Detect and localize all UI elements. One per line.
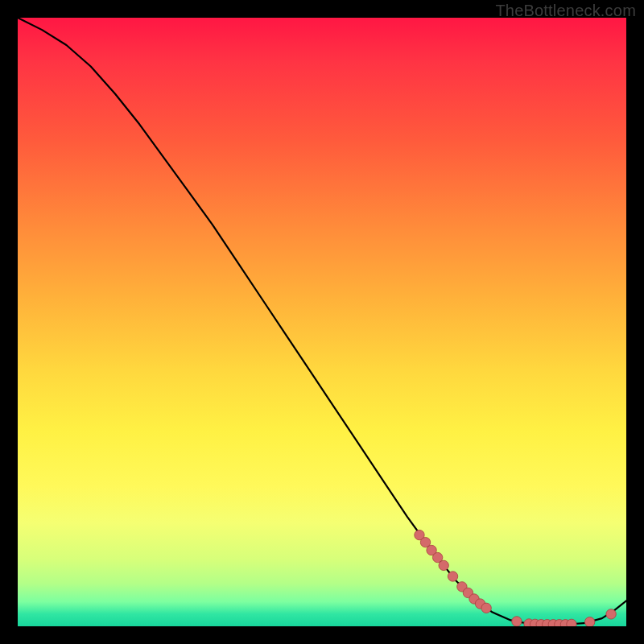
marker-dot bbox=[439, 560, 448, 570]
marker-dot bbox=[567, 619, 576, 626]
marker-dot bbox=[512, 617, 522, 626]
marker-dot bbox=[584, 617, 594, 626]
marker-dot bbox=[606, 609, 616, 619]
curve-line bbox=[18, 18, 626, 625]
marker-group bbox=[415, 530, 617, 626]
marker-dot bbox=[481, 603, 491, 613]
chart-frame: TheBottleneck.com bbox=[0, 0, 644, 644]
marker-dot bbox=[448, 572, 457, 581]
chart-overlay bbox=[18, 18, 626, 626]
